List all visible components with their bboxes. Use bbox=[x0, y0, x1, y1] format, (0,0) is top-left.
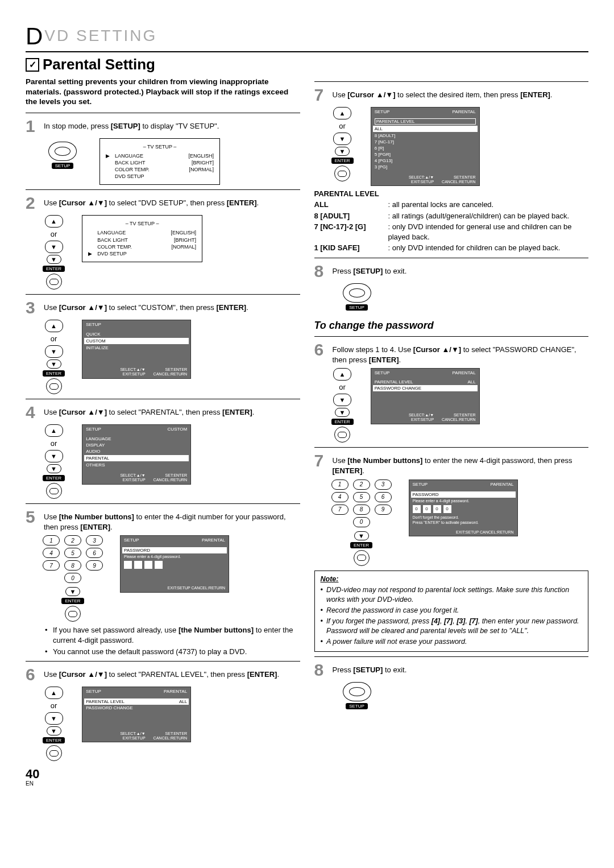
step-7-text: Use [Cursor ▲/▼] to select the desired i… bbox=[333, 86, 589, 104]
step-6-text: Use [Cursor ▲/▼] to select "PARENTAL LEV… bbox=[44, 666, 300, 683]
osd-new-password-entry: SETUPPARENTAL PASSWORD Please enter a 4-… bbox=[409, 480, 518, 537]
step-4: 4 Use [Cursor ▲/▼] to select "PARENTAL",… bbox=[26, 404, 300, 421]
setup-button-illustration: SETUP bbox=[337, 682, 377, 709]
pwchange-step-8: 8 Press [SETUP] to exit. bbox=[314, 662, 589, 679]
cursor-enter-illustration: ▲ or ▼ ▼ ENTER bbox=[43, 215, 65, 290]
cursor-enter-illustration: ▲or▼ ▼ ENTER bbox=[43, 320, 65, 394]
note-box: Note: •DVD-video may not respond to pare… bbox=[314, 571, 589, 652]
parental-level-heading: PARENTAL LEVEL bbox=[314, 189, 589, 198]
numpad-illustration: 123 456 789 0 ▼ ENTER bbox=[331, 480, 392, 566]
step-8: 8 Press [SETUP] to exit. bbox=[314, 263, 589, 280]
tv-setup-menu-2: – TV SETUP – LANGUAGE[ENGLISH] BACK LIGH… bbox=[82, 215, 202, 262]
chapter-rest: VD SETTING bbox=[44, 27, 157, 44]
pwchange-step-6: 6 Follow steps 1 to 4. Use [Cursor ▲/▼] … bbox=[314, 341, 589, 365]
cursor-enter-illustration: ▲or▼ ▼ ENTER bbox=[43, 424, 65, 499]
intro-text: Parental setting prevents your children … bbox=[26, 77, 300, 107]
right-column: 7 Use [Cursor ▲/▼] to select the desired… bbox=[314, 77, 589, 787]
cursor-enter-illustration: ▲or▼ ▼ ENTER bbox=[43, 687, 65, 761]
subsection-title: To change the password bbox=[314, 320, 589, 332]
cursor-enter-illustration: ▲or▼ ▼ ENTER bbox=[331, 107, 354, 181]
section-title: Parental Setting bbox=[26, 56, 588, 73]
chapter-initial: D bbox=[26, 23, 44, 49]
cursor-enter-illustration: ▲or▼ ▼ ENTER bbox=[331, 368, 354, 443]
tv-setup-menu: – TV SETUP – ▶LANGUAGE[ENGLISH] BACK LIG… bbox=[99, 138, 220, 185]
step-5-bullets: •If you have set password already, use [… bbox=[45, 625, 300, 656]
left-column: Parental setting prevents your children … bbox=[26, 77, 300, 787]
step-3-text: Use [Cursor ▲/▼] to select "CUSTOM", the… bbox=[44, 299, 300, 316]
osd-custom-menu: SETUPCUSTOM LANGUAGE DISPLAY AUDIO PAREN… bbox=[82, 424, 191, 484]
parental-level-definitions: ALL: all parental locks are canceled. 8 … bbox=[314, 200, 589, 253]
setup-button-illustration: SETUP bbox=[337, 283, 377, 311]
step-6: 6 Use [Cursor ▲/▼] to select "PARENTAL L… bbox=[26, 666, 300, 683]
step-4-text: Use [Cursor ▲/▼] to select "PARENTAL", t… bbox=[44, 404, 300, 421]
numpad-illustration: 123 456 789 0 ▼ ENTER bbox=[43, 535, 103, 622]
step-5-text: Use [the Number buttons] to enter the 4-… bbox=[44, 509, 300, 532]
pwchange-step-7: 7 Use [the Number buttons] to enter the … bbox=[314, 452, 589, 476]
step-2-text: Use [Cursor ▲/▼] to select "DVD SETUP", … bbox=[44, 195, 300, 212]
osd-password-entry: SETUPPARENTAL PASSWORD Please enter a 4-… bbox=[120, 535, 229, 593]
step-7: 7 Use [Cursor ▲/▼] to select the desired… bbox=[314, 86, 589, 104]
manual-page: DVD SETTING Parental Setting Parental se… bbox=[0, 0, 614, 798]
step-8-text: Press [SETUP] to exit. bbox=[333, 263, 589, 280]
step-1-text: In stop mode, press [SETUP] to display "… bbox=[44, 118, 300, 135]
osd-parental-menu: SETUPPARENTAL PARENTAL LEVELALL PASSWORD… bbox=[82, 687, 191, 742]
checkbox-icon bbox=[26, 58, 39, 72]
page-number: 40 bbox=[26, 767, 300, 782]
step-3: 3 Use [Cursor ▲/▼] to select "CUSTOM", t… bbox=[26, 299, 300, 316]
osd-parental-level-list: SETUPPARENTAL PARENTAL LEVEL ALL 8 [ADUL… bbox=[371, 107, 480, 186]
note-heading: Note: bbox=[321, 574, 583, 584]
osd-quick-custom: SETUP QUICK CUSTOM INITIALIZE SELECT:▲/▼… bbox=[82, 320, 191, 378]
step-2: 2 Use [Cursor ▲/▼] to select "DVD SETUP"… bbox=[26, 195, 300, 212]
section-title-text: Parental Setting bbox=[43, 56, 155, 73]
osd-password-change-select: SETUPPARENTAL PARENTAL LEVELALL PASSWORD… bbox=[371, 368, 480, 424]
language-code: EN bbox=[26, 780, 300, 787]
step-1: 1 In stop mode, press [SETUP] to display… bbox=[26, 118, 300, 135]
chapter-heading: DVD SETTING bbox=[26, 23, 588, 52]
setup-button-illustration: SETUP bbox=[43, 142, 82, 169]
step-5: 5 Use [the Number buttons] to enter the … bbox=[26, 509, 300, 532]
